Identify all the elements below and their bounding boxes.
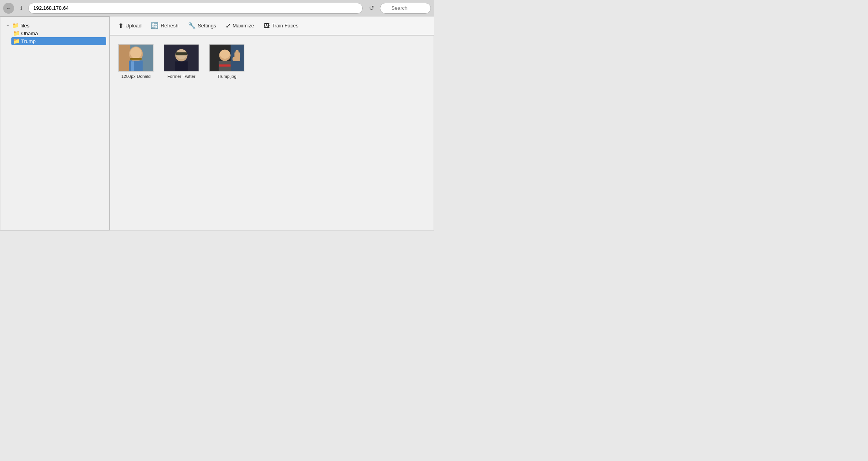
maximize-label: Maximize <box>233 23 254 29</box>
maximize-button[interactable]: ⤢ Maximize <box>222 20 258 31</box>
svg-rect-10 <box>175 61 188 71</box>
nav-buttons: ← <box>3 3 14 14</box>
browser-chrome: ← ℹ ↺ 🔍 <box>0 0 434 16</box>
tree-root: − 📁 files 📁 Obama 📁 Trump <box>0 20 109 47</box>
back-button[interactable]: ← <box>3 3 14 14</box>
obama-label: Obama <box>21 31 38 36</box>
svg-point-5 <box>130 47 141 59</box>
upload-button[interactable]: ⬆ Upload <box>114 20 145 31</box>
refresh-icon: 🔄 <box>151 22 159 29</box>
svg-rect-1 <box>119 45 130 71</box>
thumb-svg-1 <box>119 45 153 71</box>
trump-label: Trump <box>21 38 36 44</box>
svg-rect-18 <box>219 65 231 67</box>
file-area-wrapper: ⬆ Upload 🔄 Refresh 🔧 Settings ⤢ Maximize… <box>110 16 434 230</box>
file-item-1[interactable]: 1200px-Donald <box>116 42 156 81</box>
upload-icon: ⬆ <box>118 22 123 29</box>
info-button[interactable]: ℹ <box>17 4 25 12</box>
svg-rect-4 <box>131 61 134 71</box>
root-label: files <box>20 23 29 29</box>
train-faces-label: Train Faces <box>272 23 298 29</box>
sidebar: − 📁 files 📁 Obama 📁 Trump <box>0 16 110 230</box>
folder-icon-obama: 📁 <box>13 30 20 36</box>
file-thumb-2 <box>164 44 199 72</box>
settings-button[interactable]: 🔧 Settings <box>184 20 220 31</box>
svg-point-17 <box>220 50 230 59</box>
svg-point-21 <box>235 50 239 53</box>
upload-label: Upload <box>125 23 141 29</box>
svg-rect-20 <box>233 57 240 61</box>
toolbar: ⬆ Upload 🔄 Refresh 🔧 Settings ⤢ Maximize… <box>110 16 434 35</box>
settings-label: Settings <box>198 23 216 29</box>
file-name-1: 1200px-Donald <box>121 74 151 79</box>
search-wrapper: 🔍 <box>380 3 431 14</box>
maximize-icon: ⤢ <box>226 22 231 29</box>
tree-children: 📁 Obama 📁 Trump <box>4 29 106 45</box>
tree-root-item[interactable]: − 📁 files <box>4 22 106 29</box>
svg-rect-6 <box>130 58 141 60</box>
folder-icon-trump: 📁 <box>13 38 20 44</box>
thumb-svg-2 <box>164 45 199 71</box>
reload-button[interactable]: ↺ <box>366 3 377 14</box>
file-thumb-3 <box>209 44 244 72</box>
collapse-button[interactable]: − <box>5 23 11 28</box>
settings-icon: 🔧 <box>188 22 196 29</box>
file-grid: 1200px-Donald Former-Twitter <box>110 35 434 230</box>
refresh-button[interactable]: 🔄 Refresh <box>147 20 183 31</box>
folder-icon: 📁 <box>12 22 19 29</box>
search-input[interactable] <box>380 3 431 14</box>
refresh-label: Refresh <box>161 23 179 29</box>
sidebar-item-trump[interactable]: 📁 Trump <box>11 37 106 45</box>
train-faces-icon: 🖼 <box>264 22 270 29</box>
app-container: − 📁 files 📁 Obama 📁 Trump <box>0 16 434 230</box>
file-thumb-1 <box>118 44 154 72</box>
file-item-3[interactable]: Trump.jpg <box>207 42 246 81</box>
svg-rect-12 <box>175 52 187 55</box>
file-item-2[interactable]: Former-Twitter <box>162 42 201 81</box>
train-faces-button[interactable]: 🖼 Train Faces <box>260 21 302 31</box>
file-name-3: Trump.jpg <box>217 74 236 79</box>
address-bar[interactable] <box>28 3 363 14</box>
sidebar-item-obama[interactable]: 📁 Obama <box>11 29 106 37</box>
thumb-svg-3 <box>210 45 244 71</box>
file-name-2: Former-Twitter <box>167 74 195 79</box>
